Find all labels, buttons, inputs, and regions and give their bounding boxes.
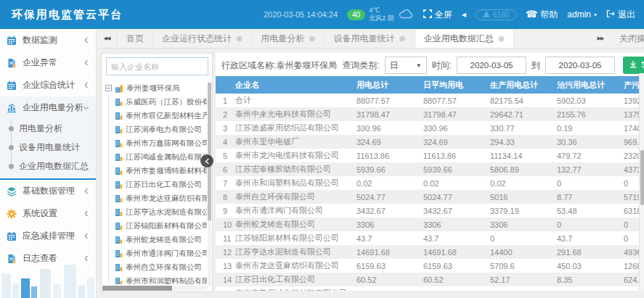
sidebar-item-8[interactable]: 日志查看 — [0, 247, 96, 270]
table-row[interactable]: 14江苏日出化工有限公司60.5260.5252.178.35624.79 — [216, 273, 644, 286]
row-index: 9 — [216, 207, 235, 215]
query-type-select[interactable]: 日 ▼ — [385, 57, 427, 74]
tree-root-node[interactable]: 泰州姜堰环保局 — [105, 81, 207, 95]
cell-value: 60.52 — [417, 276, 484, 284]
tree-children: 乐威医药（江苏）股份有限公司泰州市双亿新型材料生产有限公司江苏润泰电力有限公司泰… — [105, 95, 207, 284]
data-summary-panel: 行政区域名称:泰州姜堰环保局 查询类别: 日 ▼ 时间: 到 导出 — [216, 53, 644, 291]
table-row[interactable]: 5泰州市龙沟电缆科技有限公司11613.8611613.8611134.1447… — [216, 149, 644, 162]
building-icon — [115, 208, 123, 217]
chevron-left-icon — [83, 255, 89, 262]
cell-value: 60.52 — [350, 276, 417, 284]
tree-company-node[interactable]: 泰州蛟龙铸造有限公司 — [115, 233, 207, 247]
tree-node-label: 江苏鸿诚金属制品有限公司 — [126, 152, 207, 162]
tree-company-node[interactable]: 江苏锦阳新材料有限公司公司 — [115, 219, 207, 233]
tree-company-node[interactable]: 泰州市姜堰博特新材料有限公司 — [115, 164, 207, 178]
building-icon — [115, 125, 123, 134]
fullscreen-button[interactable]: 全屏 — [423, 9, 452, 21]
bullet-icon — [9, 145, 14, 150]
table-row[interactable]: 7泰州市和润塑料制品有限公司0.020.020.0200 — [216, 176, 644, 190]
tree-node-label: 泰州市龙达亚麻纺织有限公司 — [126, 194, 207, 204]
row-index: 15 — [216, 289, 235, 291]
sidebar-item-2[interactable]: 企业异常 — [0, 51, 96, 74]
tab-close-icon[interactable]: ⊗ — [309, 35, 315, 42]
alarm-count-badge[interactable]: 6180 — [476, 9, 516, 20]
tab-2[interactable]: 企业运行状态统计⊗ — [153, 29, 252, 48]
row-index: 7 — [216, 179, 235, 188]
tree-company-node[interactable]: 泰州市通洋阀门有限公司 — [115, 247, 207, 260]
sidebar-item-5[interactable]: 基础数据管理 — [0, 180, 96, 202]
tab-5[interactable]: 企业用电数据汇总⊗ — [415, 29, 514, 48]
chevron-left-icon — [83, 37, 89, 44]
tree-company-node[interactable]: 泰州市万鑫筛网有限公司 — [115, 136, 207, 150]
sidebar-submenu: 用电量分析设备用电量统计企业用电数据汇总 — [0, 119, 96, 178]
tree-node-label: 乐威医药（江苏）股份有限公司 — [126, 97, 207, 107]
table-row[interactable]: 1合计88077.5788077.5782175.545902.031392.3… — [216, 94, 644, 107]
collapse-expander-icon[interactable] — [105, 85, 112, 91]
table-row[interactable]: 13泰州市龙达亚麻纺织有限公司6159.636159.635709.6450.0… — [216, 259, 644, 273]
tree-company-node[interactable]: 江苏鸿诚金属制品有限公司 — [115, 150, 207, 164]
query-type-label: 查询类别: — [342, 59, 379, 72]
tree-company-node[interactable]: 泰州自立环保有限公司 — [115, 260, 207, 274]
sidebar-subitem[interactable]: 设备用电量统计 — [0, 138, 96, 157]
table-row[interactable]: 15泰州市姜堰城北新材料有限公司620.84620.84738.4543.684… — [216, 286, 644, 291]
tree-company-node[interactable]: 泰州市双亿新型材料生产有限公司 — [115, 109, 207, 123]
help-label: 帮助 — [540, 9, 558, 21]
tree-node-label: 泰州市双亿新型材料生产有限公司 — [126, 111, 207, 121]
column-header: 生产用电总计 — [484, 80, 550, 91]
tab-1[interactable]: 首页 — [117, 29, 153, 48]
tabs-scroll-left-button[interactable]: ◀◀ — [97, 29, 117, 48]
table-row[interactable]: 11江苏锦阳新材料有限公司公司43.743.7043.70 — [216, 231, 644, 245]
table-row[interactable]: 9泰州市通洋阀门有限公司3432.673432.673379.1953.4863… — [216, 204, 644, 218]
tab-4[interactable]: 设备用电量统计⊗ — [325, 29, 415, 48]
sidebar-item-4[interactable]: 企业用电量分析 — [0, 96, 96, 119]
sidebar-item-6[interactable]: 系统设置 — [0, 202, 96, 225]
row-index: 2 — [216, 110, 235, 119]
tree-company-node[interactable]: 江苏润泰电力有限公司 — [115, 123, 207, 136]
tree-company-node[interactable]: 泰州市龙达亚麻纺织有限公司 — [115, 191, 207, 205]
sidebar-item-7[interactable]: 应急减排管理 — [0, 225, 96, 247]
date-from-input[interactable] — [457, 57, 526, 74]
tree-company-node[interactable]: 江苏日出化工有限公司 — [115, 178, 207, 191]
table-row[interactable]: 4泰州市里华电镀厂324.69324.69294.3330.36969.47 — [216, 135, 644, 149]
table-vertical-scrollbar[interactable] — [639, 73, 644, 291]
table-row[interactable]: 8泰州自立环保有限公司5024.775024.7750168.7757194.9… — [216, 190, 644, 204]
tree-company-node[interactable]: 江苏亨达水泥制造有限公司 — [115, 205, 207, 219]
table-row[interactable]: 3江苏迪盛家用纺织品有限公司330.96330.96330.770.191740… — [216, 121, 644, 135]
tree-collapse-button[interactable] — [200, 154, 213, 167]
tree-vertical-scrollbar[interactable] — [208, 81, 211, 286]
mute-icon[interactable]: ◀ — [462, 12, 466, 18]
close-actions-menu[interactable]: 关闭操作 — [619, 33, 644, 45]
sidebar-subitem[interactable]: 用电量分析 — [0, 119, 96, 138]
tree-company-node[interactable]: 泰州市和润塑料制品有限公司 — [115, 274, 207, 284]
tab-label: 企业运行状态统计 — [162, 33, 232, 45]
sidebar-item-1[interactable]: 数据监测 — [0, 29, 96, 51]
tree-horizontal-scrollbar[interactable] — [102, 286, 207, 291]
sidebar-expanded-group: 企业用电量分析用电量分析设备用电量统计企业用电数据汇总 — [0, 96, 96, 180]
tree-node-label: 江苏日出化工有限公司 — [126, 180, 202, 190]
tree-company-node[interactable]: 乐威医药（江苏）股份有限公司 — [115, 95, 207, 109]
chevron-left-icon — [83, 82, 89, 88]
logout-button[interactable]: 退出 — [606, 9, 635, 21]
table-row[interactable]: 10泰州蛟龙铸造有限公司33063306330600 — [216, 218, 644, 231]
tree-root-label: 泰州姜堰环保局 — [126, 83, 180, 94]
sidebar-item-3[interactable]: 企业综合统计 — [0, 74, 96, 96]
table-row[interactable]: 6江苏宏泰橡胶助剂有限公司5939.665939.665806.89132.77… — [216, 162, 644, 176]
company-search-input[interactable] — [106, 57, 208, 75]
export-button[interactable]: 导出 — [623, 57, 644, 74]
sidebar-subitem[interactable]: 企业用电数据汇总 — [0, 157, 96, 175]
user-menu[interactable]: admin ▾ — [567, 9, 597, 20]
phone-icon: ☎ — [526, 10, 537, 19]
date-to-input[interactable] — [545, 57, 615, 74]
table-row[interactable]: 12江苏亨达水泥制造有限公司14691.6814691.6814400291.6… — [216, 245, 644, 259]
tab-3[interactable]: 用电量分析⊗ — [252, 29, 325, 48]
tab-close-icon[interactable]: ⊗ — [399, 35, 405, 42]
sidebar-subitem-label: 用电量分析 — [19, 123, 62, 135]
filter-toolbar: 行政区域名称:泰州姜堰环保局 查询类别: 日 ▼ 时间: 到 导出 — [216, 53, 644, 76]
tab-close-icon[interactable]: ⊗ — [236, 35, 242, 42]
cell-value: 0.02 — [484, 179, 550, 188]
tab-close-icon[interactable]: ⊗ — [498, 35, 505, 42]
help-button[interactable]: ☎ 帮助 — [526, 9, 558, 21]
cell-value: 29642.71 — [484, 110, 550, 119]
table-row[interactable]: 2泰州中来光电科技有限公司31798.4731798.4729642.71215… — [216, 107, 644, 121]
tabs-scroll-right-button[interactable]: ▶▶ — [590, 36, 611, 41]
